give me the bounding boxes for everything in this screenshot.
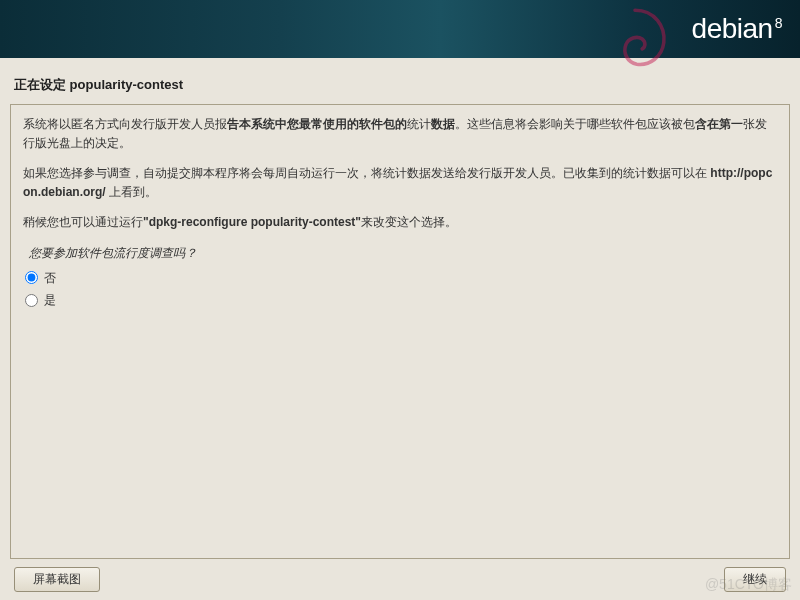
paragraph-3: 稍候您也可以通过运行"dpkg-reconfigure popularity-c… bbox=[23, 213, 777, 232]
option-no-radio[interactable] bbox=[25, 271, 38, 284]
continue-button[interactable]: 继续 bbox=[724, 567, 786, 592]
paragraph-2: 如果您选择参与调查，自动提交脚本程序将会每周自动运行一次，将统计数据发送给发行版… bbox=[23, 164, 777, 201]
option-no[interactable]: 否 bbox=[25, 269, 777, 288]
survey-question: 您要参加软件包流行度调查吗？ bbox=[29, 244, 777, 263]
debian-swirl-icon bbox=[590, 0, 680, 84]
button-bar: 屏幕截图 继续 bbox=[10, 559, 790, 592]
screenshot-button[interactable]: 屏幕截图 bbox=[14, 567, 100, 592]
option-yes-label: 是 bbox=[44, 291, 56, 310]
option-no-label: 否 bbox=[44, 269, 56, 288]
main-panel: 系统将以匿名方式向发行版开发人员报告本系统中您最常使用的软件包的统计数据。这些信… bbox=[10, 104, 790, 559]
brand-name: debian bbox=[692, 13, 773, 45]
option-yes-radio[interactable] bbox=[25, 294, 38, 307]
paragraph-1: 系统将以匿名方式向发行版开发人员报告本系统中您最常使用的软件包的统计数据。这些信… bbox=[23, 115, 777, 152]
brand-logo: debian8 bbox=[692, 13, 782, 45]
option-yes[interactable]: 是 bbox=[25, 291, 777, 310]
installer-header: debian8 bbox=[0, 0, 800, 58]
options-group: 否 是 bbox=[25, 269, 777, 310]
brand-version: 8 bbox=[775, 15, 782, 31]
